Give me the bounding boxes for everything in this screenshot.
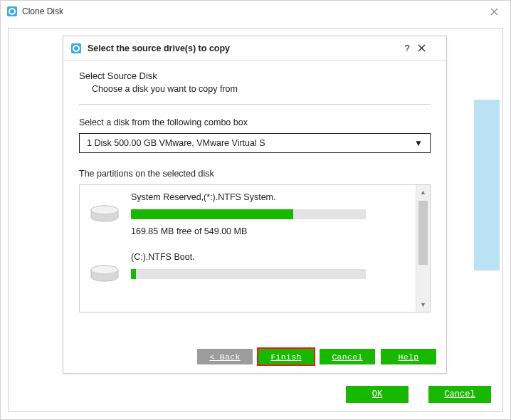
side-accent	[474, 100, 500, 271]
outer-cancel-button[interactable]: Cancel	[428, 386, 491, 403]
combo-label: Select a disk from the following combo b…	[79, 117, 431, 127]
svg-point-5	[91, 266, 118, 274]
source-drive-dialog: Select the source drive(s) to copy ? Sel…	[63, 36, 447, 374]
outer-title: Clone Disk	[22, 6, 63, 16]
partition-free-text: 169.85 MB free of 549.00 MB	[131, 226, 411, 236]
ok-button[interactable]: OK	[346, 386, 409, 403]
partitions-box: System Reserved,(*:).NTFS System. 169.85…	[79, 184, 431, 313]
outer-close-button[interactable]	[478, 1, 510, 22]
usage-fill	[131, 269, 136, 279]
dialog-button-row: < Back Finish Cancel Help	[63, 343, 446, 373]
finish-button[interactable]: Finish	[258, 349, 314, 364]
outer-button-row: OK Cancel	[346, 386, 491, 403]
usage-bar	[131, 209, 366, 219]
partition-title: (C:).NTFS Boot.	[131, 252, 411, 262]
dialog-content: Select Source Disk Choose a disk you wan…	[63, 61, 446, 343]
outer-body: Select the source drive(s) to copy ? Sel…	[8, 28, 503, 412]
divider	[79, 104, 431, 105]
close-icon	[490, 8, 498, 16]
partition-row: (C:).NTFS Boot.	[90, 252, 411, 286]
disk-icon	[90, 192, 121, 224]
partitions-label: The partitions on the selected disk	[79, 169, 431, 179]
section-heading: Select Source Disk	[79, 70, 431, 81]
combo-value: 1 Disk 500.00 GB VMware, VMware Virtual …	[87, 138, 265, 148]
help-icon: ?	[404, 43, 409, 53]
partition-row: System Reserved,(*:).NTFS System. 169.85…	[90, 192, 411, 236]
clone-disk-window: Clone Disk Select the source drive(s) to…	[0, 0, 511, 420]
dialog-icon	[70, 43, 82, 54]
scroll-down-icon: ▼	[416, 298, 430, 312]
partitions-list: System Reserved,(*:).NTFS System. 169.85…	[79, 184, 431, 313]
help-button[interactable]: Help	[381, 349, 436, 364]
dialog-close-button[interactable]	[418, 44, 439, 52]
inner-titlebar: Select the source drive(s) to copy ?	[63, 36, 446, 61]
chevron-down-icon: ▼	[414, 138, 423, 148]
usage-fill	[131, 209, 293, 219]
partition-title: System Reserved,(*:).NTFS System.	[131, 192, 411, 202]
back-button[interactable]: < Back	[197, 349, 253, 364]
help-titlebar-button[interactable]: ?	[396, 43, 418, 53]
partition-info: System Reserved,(*:).NTFS System. 169.85…	[131, 192, 411, 236]
cancel-button[interactable]: Cancel	[320, 349, 375, 364]
partition-info: (C:).NTFS Boot.	[131, 252, 411, 286]
app-icon	[6, 6, 18, 17]
disk-icon	[90, 252, 121, 283]
scroll-thumb[interactable]	[418, 201, 428, 265]
scroll-up-icon: ▲	[416, 185, 430, 199]
section-subheading: Choose a disk you want to copy from	[79, 84, 431, 94]
outer-titlebar: Clone Disk	[1, 1, 510, 22]
svg-point-3	[91, 206, 118, 214]
close-icon	[418, 44, 439, 52]
partitions-scrollbar[interactable]: ▲ ▼	[416, 185, 430, 312]
dialog-title: Select the source drive(s) to copy	[88, 43, 396, 53]
disk-combo[interactable]: 1 Disk 500.00 GB VMware, VMware Virtual …	[79, 133, 431, 153]
usage-bar	[131, 269, 366, 279]
